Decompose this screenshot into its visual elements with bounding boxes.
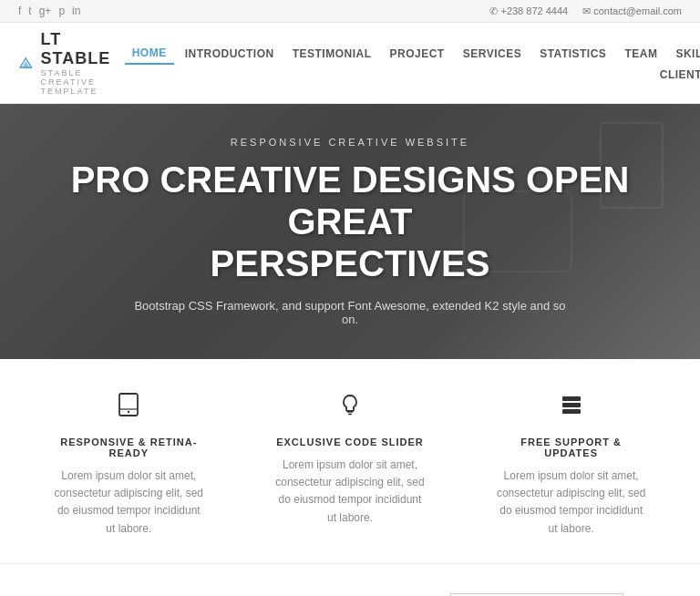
- contact-info: ✆ +238 872 4444 ✉ contact@email.com: [489, 5, 682, 17]
- svg-rect-8: [562, 396, 581, 401]
- features-section: RESPONSIVE & RETINA-READY Lorem ipsum do…: [0, 359, 700, 564]
- bulb-icon: [273, 392, 427, 424]
- feature-slider-desc: Lorem ipsum dolor sit amet, consectetur …: [273, 457, 427, 527]
- nav-top-row: HOME INTRODUCTION TESTIMONIAL PROJECT SE…: [125, 43, 700, 65]
- svg-rect-9: [562, 403, 581, 407]
- logo-icon: [18, 50, 34, 76]
- hero-description: Bootstrap CSS Framework, and support Fon…: [131, 299, 569, 326]
- feature-support-desc: Lorem ipsum dolor sit amet, consectetur …: [495, 468, 648, 538]
- tablet-icon: [52, 392, 205, 424]
- feature-support: FREE SUPPORT & UPDATES Lorem ipsum dolor…: [480, 392, 663, 538]
- top-bar: f t g+ p in ✆ +238 872 4444 ✉ contact@em…: [0, 0, 700, 23]
- nav-testimonial[interactable]: TESTIMONIAL: [285, 44, 379, 64]
- svg-rect-10: [562, 409, 581, 414]
- logo-main: LT STABLE: [41, 30, 125, 68]
- email-info: ✉ contact@email.com: [582, 5, 682, 17]
- facebook-icon[interactable]: f: [18, 5, 21, 17]
- linkedin-icon[interactable]: in: [72, 5, 80, 17]
- nav-bottom-row: CLIENTS: [653, 67, 700, 83]
- nav-services[interactable]: SERVICES: [456, 44, 529, 64]
- hero-title: PRO CREATIVE DESIGNS OPEN GREAT PERSPECT…: [71, 159, 630, 284]
- logo-text: LT STABLE STABLE CREATIVE TEMPLATE: [41, 30, 125, 96]
- nav-statistics[interactable]: STATISTICS: [532, 44, 613, 64]
- feature-slider-title: EXCLUSIVE CODE SLIDER: [273, 437, 427, 447]
- feature-slider: EXCLUSIVE CODE SLIDER Lorem ipsum dolor …: [259, 392, 441, 527]
- nav-skill[interactable]: SKILL: [668, 44, 700, 64]
- layers-icon: [495, 392, 648, 424]
- pinterest-icon[interactable]: p: [58, 5, 65, 17]
- googleplus-icon[interactable]: g+: [39, 5, 52, 17]
- logo-sub: STABLE CREATIVE TEMPLATE: [41, 68, 125, 96]
- phone-info: ✆ +238 872 4444: [489, 5, 568, 17]
- nav-project[interactable]: PROJECT: [383, 44, 452, 64]
- nav-team[interactable]: TEAM: [617, 44, 664, 64]
- feature-support-title: FREE SUPPORT & UPDATES: [495, 437, 648, 458]
- nav-home[interactable]: HOME: [125, 43, 174, 65]
- hero-section: RESPONSIVE CREATIVE WEBSITE PRO CREATIVE…: [0, 104, 700, 359]
- main-nav: HOME INTRODUCTION TESTIMONIAL PROJECT SE…: [125, 43, 700, 83]
- hero-subtitle: RESPONSIVE CREATIVE WEBSITE: [71, 137, 630, 148]
- svg-point-4: [128, 411, 129, 413]
- logo[interactable]: LT STABLE STABLE CREATIVE TEMPLATE: [18, 30, 125, 96]
- main-content-section: SIMPLE & CLEAR DESIGN Lorem ipsum dolor …: [0, 564, 700, 596]
- feature-responsive: RESPONSIVE & RETINA-READY Lorem ipsum do…: [37, 392, 220, 538]
- twitter-icon[interactable]: t: [28, 5, 31, 17]
- nav-clients[interactable]: CLIENTS: [653, 67, 700, 83]
- hero-content: RESPONSIVE CREATIVE WEBSITE PRO CREATIVE…: [35, 137, 666, 326]
- feature-responsive-desc: Lorem ipsum dolor sit amet, consectetur …: [52, 468, 205, 538]
- nav-introduction[interactable]: INTRODUCTION: [178, 44, 282, 64]
- feature-responsive-title: RESPONSIVE & RETINA-READY: [52, 437, 205, 458]
- header: LT STABLE STABLE CREATIVE TEMPLATE HOME …: [0, 23, 700, 104]
- social-icons: f t g+ p in: [18, 5, 80, 17]
